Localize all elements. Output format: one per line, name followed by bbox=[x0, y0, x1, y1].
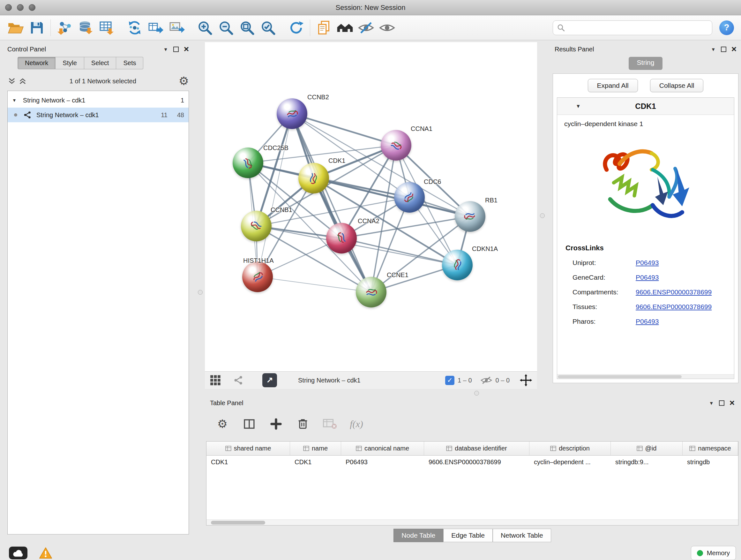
zoom-selected-button[interactable] bbox=[258, 17, 279, 38]
link-genecard[interactable]: P06493 bbox=[636, 273, 659, 281]
tab-edge-table[interactable]: Edge Table bbox=[443, 529, 493, 542]
network-from-selection-button[interactable] bbox=[145, 17, 166, 38]
import-network-database-button[interactable] bbox=[75, 17, 96, 38]
float-panel-button[interactable] bbox=[173, 47, 179, 52]
show-columns-button[interactable] bbox=[241, 416, 257, 432]
link-compartments[interactable]: 9606.ENSP00000378699 bbox=[636, 288, 712, 296]
zoom-out-button[interactable] bbox=[215, 17, 237, 38]
close-panel-button[interactable]: × bbox=[731, 46, 737, 52]
tab-sets[interactable]: Sets bbox=[116, 57, 143, 69]
cloud-button[interactable] bbox=[9, 547, 27, 559]
column-header[interactable]: database identifier bbox=[424, 442, 529, 455]
network-node-CCNB2[interactable] bbox=[277, 98, 307, 129]
splitter-handle[interactable] bbox=[540, 213, 545, 218]
results-scrollbar[interactable] bbox=[557, 374, 734, 379]
network-node-CCNA2[interactable] bbox=[326, 223, 357, 253]
scrollbar-thumb[interactable] bbox=[558, 375, 682, 378]
collapse-all-button[interactable]: Collapse All bbox=[650, 79, 704, 92]
network-node-CDC6[interactable] bbox=[394, 182, 425, 212]
delete-column-button[interactable] bbox=[295, 416, 311, 432]
splitter-handle[interactable] bbox=[474, 391, 479, 395]
collapse-all-icon[interactable] bbox=[7, 77, 16, 85]
tree-expand-icon[interactable]: ▼ bbox=[12, 98, 17, 103]
tab-string[interactable]: String bbox=[629, 57, 663, 70]
first-neighbors-button[interactable] bbox=[124, 17, 145, 38]
column-header[interactable]: @id bbox=[611, 442, 683, 455]
network-node-CCNA1[interactable] bbox=[381, 130, 411, 161]
column-header[interactable]: shared name bbox=[206, 442, 290, 455]
close-panel-button[interactable]: × bbox=[730, 400, 735, 406]
pan-crosshair-icon[interactable] bbox=[519, 374, 533, 387]
open-session-button[interactable] bbox=[5, 17, 26, 38]
table-cell[interactable]: CDK1 bbox=[290, 455, 341, 470]
apply-layout-button[interactable] bbox=[286, 17, 307, 38]
tab-node-table[interactable]: Node Table bbox=[394, 529, 443, 542]
collapse-panel-button[interactable]: ▼ bbox=[711, 47, 716, 52]
network-node-CDC25B[interactable] bbox=[232, 147, 263, 178]
export-image-button[interactable] bbox=[166, 17, 187, 38]
table-cell[interactable]: stringdb:9... bbox=[611, 455, 683, 470]
table-cell[interactable]: cyclin–dependent ... bbox=[529, 455, 611, 470]
scrollbar-thumb[interactable] bbox=[211, 521, 265, 524]
add-column-button[interactable] bbox=[268, 416, 284, 432]
warning-button[interactable] bbox=[38, 547, 54, 559]
network-node-CCNE1[interactable] bbox=[356, 277, 387, 307]
table-hscrollbar[interactable] bbox=[206, 519, 738, 525]
graphics-details-button[interactable] bbox=[334, 17, 355, 38]
link-tissues[interactable]: 9606.ENSP00000378699 bbox=[636, 303, 712, 311]
network-node-CDKN1A[interactable] bbox=[442, 250, 473, 280]
column-header[interactable]: name bbox=[290, 442, 341, 455]
detach-view-button[interactable]: ↗ bbox=[262, 373, 277, 387]
collapse-panel-button[interactable]: ▼ bbox=[163, 47, 168, 52]
table-cell[interactable]: CDK1 bbox=[206, 455, 290, 470]
save-session-button[interactable] bbox=[26, 17, 47, 38]
network-row[interactable]: String Network – cdk1 11 48 bbox=[8, 108, 189, 122]
search-input[interactable] bbox=[568, 24, 708, 31]
import-network-file-button[interactable] bbox=[54, 17, 75, 38]
link-uniprot[interactable]: P06493 bbox=[636, 259, 659, 266]
import-table-button[interactable] bbox=[96, 17, 117, 38]
help-button[interactable]: ? bbox=[719, 20, 734, 35]
table-cell[interactable]: stringdb bbox=[683, 455, 738, 470]
column-header[interactable]: canonical name bbox=[341, 442, 424, 455]
function-builder-button[interactable]: f(x) bbox=[348, 416, 364, 432]
float-panel-button[interactable] bbox=[721, 47, 726, 52]
network-node-CCNB1[interactable] bbox=[241, 211, 272, 241]
delete-table-button[interactable] bbox=[322, 416, 338, 432]
close-panel-button[interactable]: × bbox=[184, 46, 189, 52]
memory-button[interactable]: Memory bbox=[691, 546, 736, 560]
float-panel-button[interactable] bbox=[719, 400, 724, 406]
duplicate-view-button[interactable] bbox=[313, 17, 334, 38]
hide-selected-button[interactable] bbox=[355, 17, 377, 38]
network-collection-row[interactable]: ▼ String Network – cdk1 1 bbox=[8, 93, 189, 108]
tab-network-table[interactable]: Network Table bbox=[493, 529, 551, 542]
table-settings-button[interactable]: ⚙ bbox=[214, 416, 230, 432]
column-header[interactable]: namespace bbox=[683, 442, 738, 455]
tab-select[interactable]: Select bbox=[84, 57, 117, 69]
selection-checkbox[interactable]: ✓ bbox=[445, 376, 455, 385]
grid-view-icon[interactable] bbox=[209, 374, 221, 386]
zoom-fit-icon bbox=[239, 20, 255, 36]
column-header[interactable]: description bbox=[529, 442, 611, 455]
network-node-HIST1H1A[interactable] bbox=[242, 261, 273, 292]
network-canvas[interactable]: CCNB2 CCNA1 CDC25B CDK1 CDC6 RB1 CCNB1 C… bbox=[205, 42, 537, 371]
table-cell[interactable]: P06493 bbox=[341, 455, 424, 470]
tab-network[interactable]: Network bbox=[17, 57, 56, 69]
zoom-fit-button[interactable] bbox=[237, 17, 258, 38]
gear-icon[interactable]: ⚙ bbox=[179, 75, 189, 87]
share-view-icon[interactable] bbox=[233, 375, 244, 386]
table-cell[interactable]: 9606.ENSP00000378699 bbox=[424, 455, 529, 470]
zoom-in-button[interactable] bbox=[194, 17, 215, 38]
expand-all-icon[interactable] bbox=[18, 77, 27, 85]
entry-collapse-icon[interactable]: ▼ bbox=[576, 104, 581, 109]
network-node-CDK1[interactable] bbox=[298, 163, 329, 193]
gene-entry-header[interactable]: ▼ CDK1 bbox=[557, 98, 734, 115]
link-pharos[interactable]: P06493 bbox=[636, 318, 659, 325]
tab-style[interactable]: Style bbox=[56, 57, 84, 69]
network-node-RB1[interactable] bbox=[455, 201, 485, 232]
splitter-handle[interactable] bbox=[198, 290, 203, 295]
collapse-panel-button[interactable]: ▼ bbox=[709, 400, 714, 406]
table-row[interactable]: CDK1 CDK1 P06493 9606.ENSP00000378699 cy… bbox=[206, 455, 738, 470]
expand-all-button[interactable]: Expand All bbox=[588, 79, 638, 92]
show-all-button[interactable] bbox=[377, 17, 398, 38]
